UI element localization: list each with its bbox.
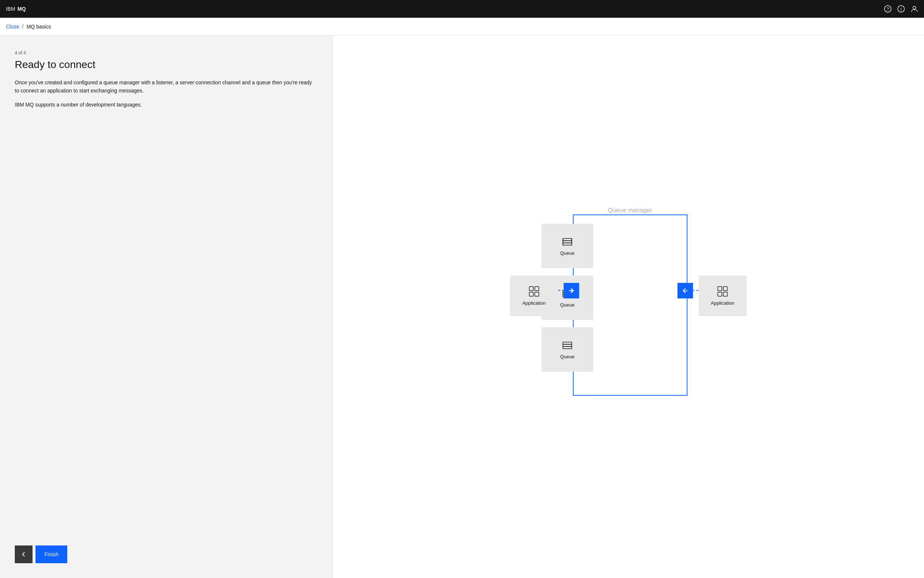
svg-rect-19 xyxy=(535,292,539,296)
topnav-actions: ? i xyxy=(884,5,918,13)
previous-button[interactable] xyxy=(15,546,32,563)
finish-button[interactable]: Finish xyxy=(36,546,67,563)
diagram-inner: Queue manager Queue xyxy=(510,203,747,411)
breadcrumb: Close / MQ basics xyxy=(0,18,924,36)
svg-text:i: i xyxy=(901,6,902,12)
queue-manager-label: Queue manager xyxy=(608,207,652,214)
queue-mid-label: Queue xyxy=(560,302,574,308)
top-navigation: IBM MQ ? i xyxy=(0,0,924,18)
svg-rect-16 xyxy=(529,287,533,291)
svg-rect-13 xyxy=(563,346,572,349)
help-icon[interactable]: ? xyxy=(884,5,892,13)
brand-mq: MQ xyxy=(17,6,26,12)
step-title: Ready to connect xyxy=(15,58,317,71)
architecture-diagram: Queue manager Queue xyxy=(499,203,758,411)
breadcrumb-current-page: MQ basics xyxy=(27,24,51,29)
svg-rect-17 xyxy=(535,287,539,291)
svg-point-4 xyxy=(913,6,916,9)
arrow-button-left xyxy=(678,283,693,299)
step-description-2: IBM MQ supports a number of development … xyxy=(15,101,317,109)
arrow-button-right xyxy=(564,283,579,299)
queue-box-top: Queue xyxy=(542,224,593,268)
queue-bot-label: Queue xyxy=(560,354,574,359)
svg-rect-20 xyxy=(718,287,722,291)
app-right-label: Application xyxy=(711,300,735,306)
queue-bot-icon xyxy=(562,339,573,351)
close-link[interactable]: Close xyxy=(6,24,19,29)
breadcrumb-separator: / xyxy=(22,24,24,29)
navigation-buttons: Finish xyxy=(15,546,67,563)
brand-logo: IBM MQ xyxy=(6,6,26,12)
step-description-1: Once you've created and configured a que… xyxy=(15,78,317,95)
right-panel: Queue manager Queue xyxy=(333,36,924,578)
queue-top-icon xyxy=(562,235,573,247)
app-left-icon xyxy=(528,286,540,297)
main-layout: 4 of 4 Ready to connect Once you've crea… xyxy=(0,36,924,578)
left-panel: 4 of 4 Ready to connect Once you've crea… xyxy=(0,36,333,578)
queue-top-label: Queue xyxy=(560,250,574,256)
svg-rect-7 xyxy=(563,239,572,241)
app-right-icon xyxy=(717,286,728,297)
app-left-label: Application xyxy=(522,300,546,306)
svg-rect-22 xyxy=(718,292,722,296)
app-box-right: Application xyxy=(699,276,747,316)
dashed-line-right xyxy=(680,290,699,291)
app-box-left: Application xyxy=(510,276,558,316)
brand-ibm: IBM xyxy=(6,6,15,12)
svg-text:?: ? xyxy=(887,6,889,12)
svg-rect-18 xyxy=(529,292,533,296)
svg-rect-21 xyxy=(723,287,727,291)
info-icon[interactable]: i xyxy=(897,5,905,13)
svg-rect-23 xyxy=(723,292,727,296)
step-indicator: 4 of 4 xyxy=(15,50,317,55)
svg-rect-5 xyxy=(563,243,572,245)
queue-box-bot: Queue xyxy=(542,327,593,372)
svg-rect-14 xyxy=(563,344,572,346)
user-icon[interactable] xyxy=(911,5,918,13)
svg-rect-6 xyxy=(563,241,572,243)
svg-rect-15 xyxy=(563,342,572,344)
